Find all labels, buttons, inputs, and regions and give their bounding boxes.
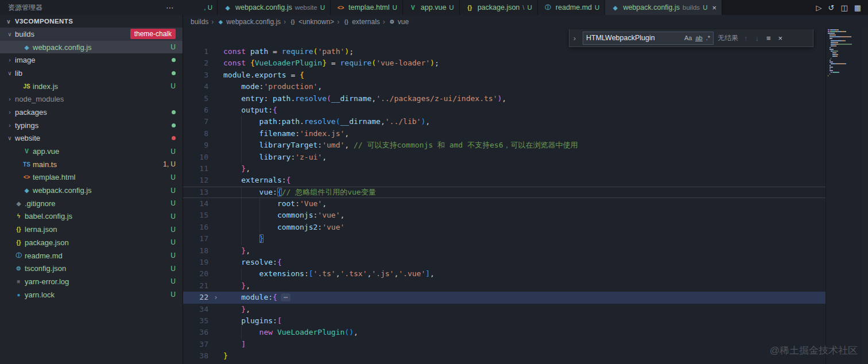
previous-match-icon[interactable]: ↑: [742, 34, 750, 42]
line-number[interactable]: 17: [183, 233, 208, 245]
code-line[interactable]: 20extensions:['.ts','.tsx','.js','.vue']…: [183, 268, 826, 280]
code-line[interactable]: 18},: [183, 245, 826, 257]
tree-file-webpack.config.js[interactable]: ◈webpack.config.jsU: [0, 184, 183, 197]
line-number[interactable]: 18: [183, 245, 208, 257]
line-number[interactable]: 3: [183, 69, 208, 81]
tree-file-app.vue[interactable]: Vapp.vueU: [0, 145, 183, 158]
find-in-selection-icon[interactable]: ≡: [765, 34, 773, 42]
code-line[interactable]: 38}: [183, 350, 826, 362]
code-line[interactable]: 34},: [183, 304, 826, 315]
code-line[interactable]: 17}: [183, 233, 826, 245]
regex-icon[interactable]: .*: [706, 34, 710, 41]
tree-folder-builds[interactable]: ∨buildstheme-chalk: [0, 28, 183, 41]
find-query-text[interactable]: HTMLWebpackPlugin: [586, 34, 681, 42]
line-number[interactable]: 19: [183, 257, 208, 268]
project-section-header[interactable]: ∨ V3COMPONENTS: [0, 15, 183, 28]
code-line[interactable]: 10library:'z-ui',: [183, 152, 826, 163]
breadcrumb-item[interactable]: ◈webpack.config.js: [216, 18, 281, 26]
code-line[interactable]: 37]: [183, 339, 826, 350]
line-number[interactable]: 34: [183, 304, 208, 315]
tree-folder-node_modules[interactable]: ›node_modules: [0, 92, 183, 106]
tree-file-main.ts[interactable]: TSmain.ts1, U: [0, 158, 183, 171]
code-line[interactable]: 4mode:'production',: [183, 81, 826, 92]
code-line[interactable]: 2const {VueLoaderPlugin} = require('vue-…: [183, 57, 826, 69]
tab[interactable]: ◈webpack.config.jswebsiteU: [218, 0, 331, 15]
tree-file-webpack.config.js[interactable]: ◈webpack.config.jsU: [0, 41, 183, 54]
split-editor-icon[interactable]: ◫: [840, 3, 847, 12]
tree-file-lerna.json[interactable]: {}lerna.jsonU: [0, 223, 183, 236]
match-case-icon[interactable]: Aa: [684, 34, 692, 41]
tree-folder-typings[interactable]: ›typings: [0, 119, 183, 132]
line-number[interactable]: 20: [183, 268, 208, 280]
tree-file-yarn-error.log[interactable]: ≡yarn-error.logU: [0, 275, 183, 288]
line-number[interactable]: 14: [183, 198, 208, 210]
layout-icon[interactable]: ▦: [854, 3, 861, 12]
code-area[interactable]: 1const path = require('path');2const {Vu…: [183, 28, 826, 364]
tree-file-yarn.lock[interactable]: ●yarn.lockU: [0, 288, 183, 301]
line-number[interactable]: 4: [183, 81, 208, 92]
line-number[interactable]: 16: [183, 222, 208, 233]
line-number[interactable]: 1: [183, 46, 208, 57]
tree-folder-packages[interactable]: ›packages: [0, 106, 183, 119]
tab[interactable]: , U: [183, 0, 218, 15]
line-number[interactable]: 5: [183, 93, 208, 104]
tab[interactable]: Vapp.vueU: [403, 0, 460, 15]
history-icon[interactable]: ↺: [828, 3, 835, 12]
tree-file-package.json[interactable]: {}package.jsonU: [0, 236, 183, 249]
close-find-icon[interactable]: ×: [777, 34, 785, 42]
code-line[interactable]: 5entry: path.resolve(__dirname,'../packa…: [183, 93, 826, 104]
whole-word-icon[interactable]: ab: [695, 35, 702, 41]
tab[interactable]: ⓘreadme.mdU: [538, 0, 606, 15]
breadcrumb-item[interactable]: {}<unknown>: [289, 18, 334, 26]
tree-folder-website[interactable]: ∨website: [0, 132, 183, 145]
minimap[interactable]: [826, 28, 862, 364]
breadcrumb-item[interactable]: builds: [191, 18, 208, 26]
tab-close-icon[interactable]: ×: [712, 3, 716, 12]
next-match-icon[interactable]: ↓: [754, 34, 761, 42]
tab[interactable]: {}package.json\U: [460, 0, 538, 15]
code-line[interactable]: 22›module:{⋯: [183, 292, 826, 303]
fold-chevron-icon[interactable]: ›: [208, 292, 223, 303]
line-number[interactable]: 36: [183, 327, 208, 338]
line-number[interactable]: 15: [183, 210, 208, 221]
line-number[interactable]: 7: [183, 116, 208, 127]
line-number[interactable]: 13: [183, 187, 208, 198]
code-line[interactable]: 12externals:{: [183, 175, 826, 186]
tree-file-babel.config.js[interactable]: ϟbabel.config.jsU: [0, 210, 183, 223]
code-line[interactable]: 19resolve:{: [183, 257, 826, 268]
breadcrumb-item[interactable]: {}externals: [342, 18, 380, 26]
code-line[interactable]: 7path:path.resolve(__dirname,'../lib'),: [183, 116, 826, 127]
code-line[interactable]: 8filename:'index.js',: [183, 128, 826, 140]
tree-folder-image[interactable]: ›image: [0, 53, 183, 67]
tab[interactable]: <>templae.htmlU: [331, 0, 403, 15]
tree-folder-lib[interactable]: ∨lib: [0, 67, 183, 80]
line-number[interactable]: 11: [183, 163, 208, 175]
code-line[interactable]: 15commonjs:'vue',: [183, 210, 826, 221]
code-line[interactable]: 36new VueLoaderPlugin(),: [183, 327, 826, 338]
tree-file-index.js[interactable]: JSindex.jsU: [0, 80, 183, 93]
code-line[interactable]: 14root:'Vue',: [183, 198, 826, 210]
line-number[interactable]: 10: [183, 152, 208, 163]
tree-file-readme.md[interactable]: ⓘreadme.mdU: [0, 249, 183, 262]
code-line[interactable]: 3module.exports = {: [183, 69, 826, 81]
line-number[interactable]: 38: [183, 350, 208, 362]
line-number[interactable]: 2: [183, 57, 208, 69]
code-line[interactable]: 35plugins:[: [183, 315, 826, 327]
more-actions-icon[interactable]: ⋯: [166, 3, 175, 12]
tree-file-templae.html[interactable]: <>templae.htmlU: [0, 171, 183, 184]
code-line[interactable]: 21},: [183, 280, 826, 292]
line-number[interactable]: 6: [183, 104, 208, 116]
code-line[interactable]: 6output:{: [183, 104, 826, 116]
code-line[interactable]: 9libraryTarget:'umd', // 可以支持commonjs 和 …: [183, 140, 826, 151]
line-number[interactable]: 9: [183, 140, 208, 151]
code-line[interactable]: 16commonjs2:'vue': [183, 222, 826, 233]
find-input[interactable]: HTMLWebpackPlugin Aa ab .*: [583, 32, 714, 45]
tree-file-tsconfig.json[interactable]: ⚙tsconfig.jsonU: [0, 262, 183, 275]
code-line[interactable]: 11},: [183, 163, 826, 175]
tab[interactable]: ◈webpack.config.jsbuildsU×: [605, 0, 722, 15]
breadcrumb-item[interactable]: ⚙vue: [388, 18, 409, 26]
line-number[interactable]: 8: [183, 128, 208, 140]
line-number[interactable]: 35: [183, 315, 208, 327]
tree-file-.gitignore[interactable]: ◆.gitignoreU: [0, 197, 183, 210]
line-number[interactable]: 22: [183, 292, 208, 303]
